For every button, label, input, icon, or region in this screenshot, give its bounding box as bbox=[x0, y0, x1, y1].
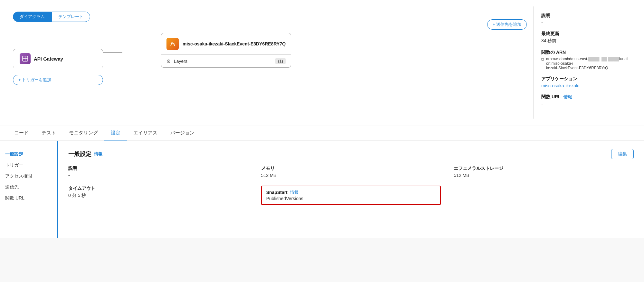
layers-icon: ⊗ bbox=[166, 58, 171, 64]
lambda-icon bbox=[166, 38, 179, 50]
template-tab[interactable]: テンプレート bbox=[52, 12, 90, 22]
application-link[interactable]: misc-osaka-ikezaki bbox=[541, 83, 579, 88]
config-memory: メモリ 512 MB bbox=[261, 166, 441, 178]
copy-arn-icon[interactable]: ⧉ bbox=[541, 57, 544, 62]
layers-label: Layers bbox=[174, 59, 272, 64]
nav-general-settings[interactable]: 一般設定 bbox=[5, 149, 52, 160]
edit-button[interactable]: 編集 bbox=[611, 149, 634, 159]
lambda-function-box: misc-osaka-ikezaki-SlackEvent-E3DY6RE8RY… bbox=[161, 33, 291, 68]
tab-monitoring[interactable]: モニタリング bbox=[62, 125, 104, 141]
arn-value: arn:aws:lambda:us-east-████..██ ████func… bbox=[546, 57, 629, 70]
tab-settings[interactable]: 設定 bbox=[104, 125, 127, 141]
api-gateway-icon bbox=[20, 53, 31, 64]
layers-row[interactable]: ⊗ Layers (1) bbox=[161, 54, 291, 67]
config-ephemeral: エフェメラルストレージ 512 MB bbox=[454, 166, 634, 178]
diagram-tab[interactable]: ダイアグラム bbox=[13, 12, 52, 22]
config-grid: 説明 - メモリ 512 MB エフェメラルストレージ 512 MB タイムアウ… bbox=[68, 166, 634, 205]
left-nav: 一般設定 トリガー アクセス権限 送信先 関数 URL bbox=[0, 141, 58, 238]
snapstart-value: PublishedVersions bbox=[266, 196, 436, 201]
api-gateway-name: API Gateway bbox=[34, 56, 63, 62]
config-memory-value: 512 MB bbox=[261, 173, 441, 178]
application-label: アプリケーション bbox=[541, 76, 629, 82]
general-settings-title: 一般設定 bbox=[68, 150, 91, 158]
config-snapstart: SnapStart 情報 PublishedVersions bbox=[261, 186, 441, 205]
arn-label: 関数の ARN bbox=[541, 50, 629, 55]
nav-triggers[interactable]: トリガー bbox=[5, 160, 52, 171]
add-destination-button[interactable]: + 送信先を追加 bbox=[487, 19, 527, 30]
main-content: 一般設定 情報 編集 説明 - メモリ 512 MB エフェメラルストレージ 5… bbox=[58, 141, 644, 238]
main-tabs-bar: コード テスト モニタリング 設定 エイリアス バージョン bbox=[0, 125, 644, 141]
tab-aliases[interactable]: エイリアス bbox=[127, 125, 164, 141]
description-value: - bbox=[541, 20, 629, 25]
description-label: 説明 bbox=[541, 13, 629, 19]
func-url-label: 関数 URL bbox=[541, 94, 561, 100]
snapstart-box: SnapStart 情報 PublishedVersions bbox=[261, 186, 441, 205]
func-url-info-link[interactable]: 情報 bbox=[564, 94, 572, 100]
config-timeout-label: タイムアウト bbox=[68, 186, 248, 191]
config-description-label: 説明 bbox=[68, 166, 248, 171]
right-sidebar: 説明 - 最終更新 34 秒前 関数の ARN ⧉ arn:aws:lambda… bbox=[533, 6, 636, 119]
nav-destinations[interactable]: 送信先 bbox=[5, 182, 52, 193]
config-ephemeral-label: エフェメラルストレージ bbox=[454, 166, 634, 171]
layers-count-badge: (1) bbox=[275, 58, 286, 64]
connector-line bbox=[103, 52, 122, 53]
config-memory-label: メモリ bbox=[261, 166, 441, 171]
nav-func-url[interactable]: 関数 URL bbox=[5, 193, 52, 204]
config-timeout-value: 0 分 5 秒 bbox=[68, 193, 248, 199]
func-url-value: - bbox=[541, 101, 629, 106]
nav-access-permissions[interactable]: アクセス権限 bbox=[5, 171, 52, 182]
snapstart-title: SnapStart bbox=[266, 190, 288, 195]
tab-versions[interactable]: バージョン bbox=[164, 125, 201, 141]
snapstart-info-link[interactable]: 情報 bbox=[290, 190, 298, 195]
config-ephemeral-value: 512 MB bbox=[454, 173, 634, 178]
general-settings-info-link[interactable]: 情報 bbox=[94, 151, 102, 157]
tab-code[interactable]: コード bbox=[8, 125, 35, 141]
api-gateway-box: API Gateway bbox=[13, 49, 103, 68]
config-description-value: - bbox=[68, 173, 248, 178]
config-description: 説明 - bbox=[68, 166, 248, 178]
lambda-function-name: misc-osaka-ikezaki-SlackEvent-E3DY6RE8RY… bbox=[183, 41, 286, 47]
add-trigger-button[interactable]: + トリガーを追加 bbox=[13, 75, 103, 85]
last-update-value: 34 秒前 bbox=[541, 38, 629, 44]
tab-test[interactable]: テスト bbox=[35, 125, 62, 141]
last-update-label: 最終更新 bbox=[541, 31, 629, 37]
config-timeout: タイムアウト 0 分 5 秒 bbox=[68, 186, 248, 205]
